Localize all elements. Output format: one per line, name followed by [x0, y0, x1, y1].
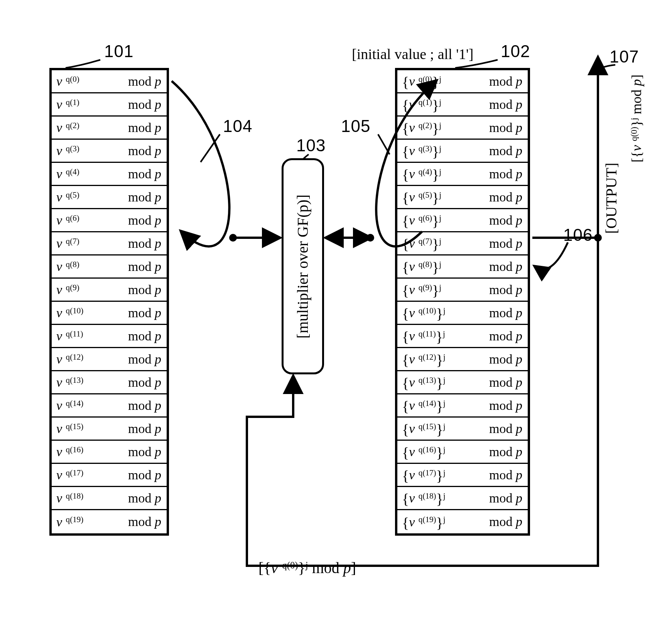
table-row: {ν q(18)}jmod p: [397, 487, 528, 510]
table-row: {ν q(2)}jmod p: [397, 117, 528, 140]
table-row: ν q(3)mod p: [52, 140, 167, 163]
diagram-canvas: 101 102 103 104 105 106 107 [initial val…: [0, 0, 672, 636]
table-row: ν q(12)mod p: [52, 348, 167, 371]
table-row: ν q(15)mod p: [52, 418, 167, 441]
table-row: ν q(5)mod p: [52, 186, 167, 209]
table-row: {ν q(9)}jmod p: [397, 279, 528, 302]
table-row: {ν q(10)}jmod p: [397, 302, 528, 325]
table-row: {ν q(8)}jmod p: [397, 255, 528, 279]
table-row: ν q(0)mod p: [52, 70, 167, 93]
table-row: ν q(1)mod p: [52, 93, 167, 117]
table-row: {ν q(11)}jmod p: [397, 325, 528, 348]
table-row: ν q(14)mod p: [52, 394, 167, 418]
table-row: {ν q(4)}jmod p: [397, 163, 528, 186]
table-row: {ν q(15)}jmod p: [397, 418, 528, 441]
ref-106: 106: [563, 225, 593, 245]
table-row: ν q(18)mod p: [52, 487, 167, 510]
ref-104: 104: [223, 117, 252, 136]
table-row: {ν q(14)}jmod p: [397, 394, 528, 418]
note-initial-value: [initial value ; all '1']: [352, 46, 474, 63]
table-row: {ν q(3)}jmod p: [397, 140, 528, 163]
table-row: {ν q(5)}jmod p: [397, 186, 528, 209]
label-output-expr: [{ν q(0)}j mod p]: [628, 53, 645, 184]
table-row: ν q(4)mod p: [52, 163, 167, 186]
table-row: ν q(8)mod p: [52, 255, 167, 279]
table-row: {ν q(17)}jmod p: [397, 464, 528, 487]
table-row: {ν q(12)}jmod p: [397, 348, 528, 371]
ref-102: 102: [501, 42, 530, 61]
table-row: ν q(17)mod p: [52, 464, 167, 487]
table-row: {ν q(7)}jmod p: [397, 232, 528, 255]
svg-point-2: [366, 234, 374, 242]
table-row: {ν q(6)}jmod p: [397, 209, 528, 232]
table-row: {ν q(13)}jmod p: [397, 371, 528, 394]
table-row: ν q(2)mod p: [52, 117, 167, 140]
table-row: ν q(9)mod p: [52, 279, 167, 302]
ref-105: 105: [341, 117, 370, 136]
svg-point-4: [594, 234, 602, 242]
table-row: ν q(7)mod p: [52, 232, 167, 255]
table-row: ν q(13)mod p: [52, 371, 167, 394]
multiplier-label: [multiplier over GF(p)]: [294, 194, 312, 338]
table-row: {ν q(16)}jmod p: [397, 441, 528, 464]
table-102: {ν q(0)}jmod p{ν q(1)}jmod p{ν q(2)}jmod…: [395, 68, 530, 536]
ref-103: 103: [296, 136, 326, 155]
table-row: ν q(6)mod p: [52, 209, 167, 232]
multiplier-box: [multiplier over GF(p)]: [282, 158, 324, 374]
table-row: {ν q(1)}jmod p: [397, 93, 528, 117]
table-row: ν q(11)mod p: [52, 325, 167, 348]
table-row: ν q(19)mod p: [52, 510, 167, 533]
label-output: [OUTPUT]: [602, 148, 620, 249]
table-row: ν q(16)mod p: [52, 441, 167, 464]
ref-101: 101: [104, 42, 133, 61]
note-feedback: [{ν q(0)}j mod p]: [258, 559, 356, 577]
table-101: ν q(0)mod pν q(1)mod pν q(2)mod pν q(3)m…: [49, 68, 169, 536]
table-row: {ν q(19)}jmod p: [397, 510, 528, 533]
table-row: ν q(10)mod p: [52, 302, 167, 325]
table-row: {ν q(0)}jmod p: [397, 70, 528, 93]
svg-point-0: [229, 234, 237, 242]
